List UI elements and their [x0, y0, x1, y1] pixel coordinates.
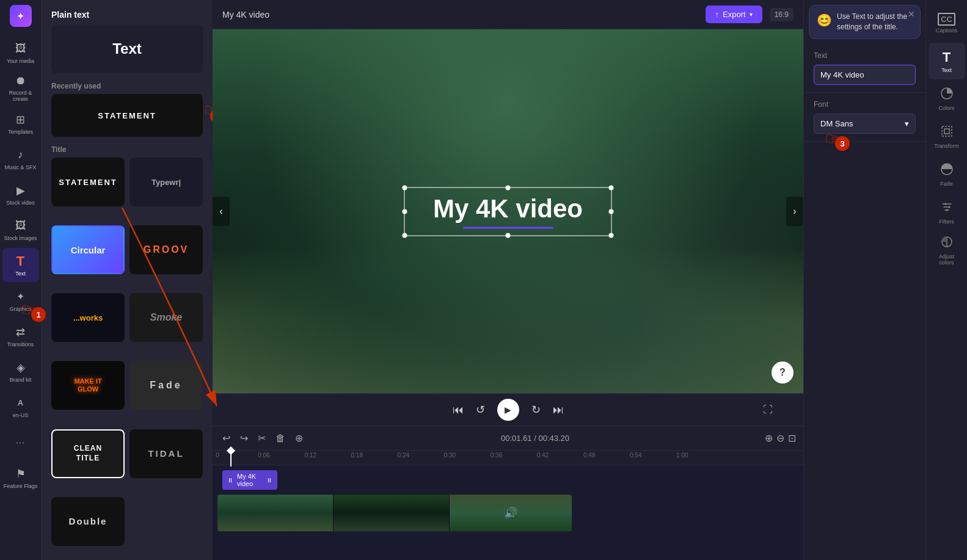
zoom-controls: ⊕ ⊖ ⊡ [765, 432, 796, 444]
top-bar: My 4K video ↑ Export ▾ 16:9 [213, 0, 803, 29]
adjust-colors-icon [940, 235, 954, 252]
cut-button[interactable]: ✂ [255, 430, 268, 446]
tooltip-close-button[interactable]: ✕ [908, 9, 915, 19]
text-track: ⏸ My 4K video ⏸ [213, 468, 803, 492]
svg-rect-1 [942, 126, 952, 136]
recently-used-label: Recently used [42, 76, 213, 94]
export-button[interactable]: ↑ Export ▾ [706, 5, 762, 23]
style-card-typewriter[interactable]: Typewr| [130, 158, 203, 206]
style-card-statement-recent[interactable]: Statement [51, 94, 203, 137]
play-button[interactable]: ▶ [497, 399, 519, 421]
playback-bar: ⏮ ↺ ▶ ↻ ⏭ ⛶ [213, 393, 803, 426]
sidebar-item-templates[interactable]: ⊞ Templates [2, 106, 39, 140]
sidebar-item-brand-kit[interactable]: ◈ Brand kit [2, 354, 39, 388]
fullscreen-button[interactable]: ⛶ [763, 404, 773, 415]
video-track: 🔊 [213, 492, 803, 534]
redo-button[interactable]: ↪ [238, 430, 250, 446]
duplicate-button[interactable]: ⊕ [293, 430, 305, 446]
sidebar-item-locale[interactable]: A en-US [2, 390, 39, 424]
sidebar-item-stock-images[interactable]: 🖼 Stock images [2, 213, 39, 247]
video-text-overlay[interactable]: My 4K video [433, 194, 583, 229]
help-button[interactable]: ? [772, 362, 794, 384]
nav-arrow-right[interactable]: › [786, 197, 803, 226]
style-card-fireworks[interactable]: ...works [51, 293, 125, 342]
music-icon: ♪ [13, 148, 28, 162]
zoom-in-button[interactable]: ⊕ [765, 432, 773, 444]
text-icon: T [13, 254, 28, 269]
fast-forward-button[interactable]: ↻ [531, 403, 541, 416]
sidebar-item-your-media[interactable]: 🖼 Your media [2, 35, 39, 70]
transform-icon [940, 125, 954, 141]
ruler-mark-100: 1:00 [676, 452, 688, 459]
svg-point-4 [944, 203, 946, 205]
record-icon: ⏺ [13, 74, 28, 89]
sidebar-item-stock-video[interactable]: ▶ Stock video [2, 177, 39, 211]
text-tool-icon: T [943, 49, 951, 65]
sidebar-item-music[interactable]: ♪ Music & SFX [2, 142, 39, 176]
text-clip[interactable]: ⏸ My 4K video ⏸ [222, 470, 277, 490]
right-sidebar-item-fade[interactable]: Fade [929, 156, 965, 193]
style-card-circular[interactable]: Circular [51, 225, 125, 274]
ruler-mark-18: 0:18 [351, 452, 363, 459]
graphics-icon: ✦ [13, 289, 28, 304]
app-logo: ✦ [10, 5, 32, 27]
style-card-clean-title[interactable]: CleanTitle [51, 429, 125, 478]
sidebar-item-feature-flags[interactable]: ⚑ Feature Flags [2, 460, 39, 495]
right-sidebar-item-text[interactable]: T Text [929, 43, 965, 79]
project-title: My 4K video [222, 10, 698, 20]
style-card-smoke[interactable]: Smoke [130, 293, 203, 342]
text-input-label: Text [814, 51, 916, 60]
left-sidebar: ✦ 🖼 Your media ⏺ Record &create ⊞ Templa… [0, 0, 42, 560]
skip-back-button[interactable]: ⏮ [453, 404, 464, 416]
nav-arrow-left[interactable]: ‹ [213, 197, 230, 226]
svg-point-6 [946, 209, 947, 211]
sidebar-item-text[interactable]: T Text [2, 248, 39, 282]
panel-header: Plain text [42, 0, 213, 24]
tooltip-emoji: 😊 [817, 12, 832, 29]
right-panel: 😊 ✕ Use Text to adjust the settings of t… [803, 0, 925, 560]
text-input-field[interactable] [814, 65, 916, 85]
right-sidebar-item-filters[interactable]: Filters [929, 194, 965, 231]
ruler-mark-42: 0:42 [537, 452, 549, 459]
text-panel: Plain text Text Recently used Statement … [42, 0, 213, 560]
right-sidebar-item-colors[interactable]: Colors [929, 81, 965, 117]
svg-rect-2 [944, 129, 949, 134]
font-selector[interactable]: DM Sans ▾ [814, 114, 916, 134]
timeline-time-display: 00:01.61 / 00:43.20 [310, 434, 760, 443]
sidebar-item-graphics[interactable]: ✦ Graphics [2, 283, 39, 318]
video-clip[interactable]: 🔊 [217, 495, 572, 531]
style-card-statement[interactable]: Statement [51, 158, 125, 206]
right-sidebar-item-captions[interactable]: CC Captions [929, 5, 965, 42]
ruler-mark-54: 0:54 [630, 452, 641, 459]
video-thumbnail-1 [217, 495, 334, 531]
right-sidebar-item-transform[interactable]: Transform [929, 118, 965, 155]
fit-button[interactable]: ⊡ [788, 432, 796, 444]
sidebar-item-more[interactable]: ··· [2, 425, 39, 459]
delete-button[interactable]: 🗑 [273, 431, 288, 446]
zoom-out-button[interactable]: ⊖ [776, 432, 784, 444]
aspect-ratio-badge: 16:9 [770, 8, 794, 21]
style-card-double[interactable]: Double [51, 497, 125, 546]
right-sidebar-item-adjust-colors[interactable]: Adjustcolors [929, 232, 965, 269]
right-icon-sidebar: CC Captions T Text Colors Transf [925, 0, 967, 560]
plain-text-card[interactable]: Text [51, 24, 203, 73]
ruler-mark-24: 0:24 [398, 452, 409, 459]
sidebar-item-record[interactable]: ⏺ Record &create [2, 71, 39, 105]
ruler-mark-6: 0:06 [258, 452, 269, 459]
text-input-section: Text [804, 44, 925, 93]
style-card-groovy[interactable]: GROOV [130, 225, 203, 274]
undo-button[interactable]: ↩ [220, 430, 233, 446]
filters-icon [940, 200, 954, 217]
locale-icon: A [13, 396, 28, 410]
ruler-mark-12: 0:12 [304, 452, 316, 459]
svg-point-5 [948, 206, 950, 208]
rewind-button[interactable]: ↺ [476, 403, 485, 416]
video-preview: My 4K video ‹ › ? [213, 29, 803, 393]
sidebar-item-transitions[interactable]: ⇄ Transitions [2, 319, 39, 353]
style-card-fade[interactable]: Fade [130, 361, 203, 410]
skip-forward-button[interactable]: ⏭ [553, 404, 564, 416]
more-icon: ··· [13, 435, 28, 449]
style-card-tidal[interactable]: TIDAL [130, 429, 203, 478]
ruler-mark-48: 0:48 [583, 452, 595, 459]
style-card-glow[interactable]: MAKE ITGLOW [51, 361, 125, 410]
